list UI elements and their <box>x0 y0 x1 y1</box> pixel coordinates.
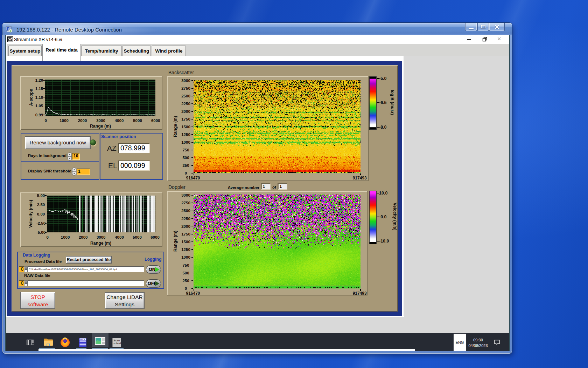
svg-text:SEEK: SEEK <box>80 339 85 341</box>
